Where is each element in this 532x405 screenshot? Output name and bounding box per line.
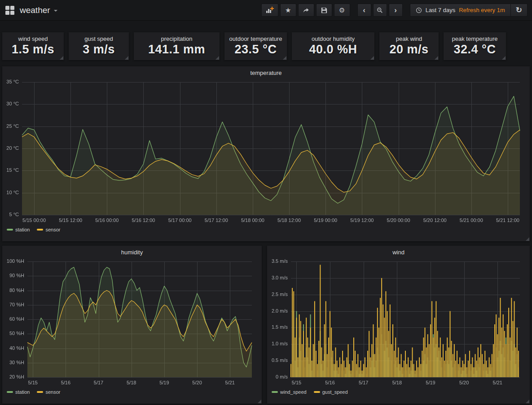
- legend-label[interactable]: station: [15, 227, 30, 232]
- chevron-down-icon: [54, 10, 57, 12]
- legend-label[interactable]: gust_speed: [322, 389, 348, 395]
- legend-item-wind-speed[interactable]: wind_speed: [272, 389, 307, 395]
- legend-color-icon: [7, 391, 13, 393]
- stat-panel-peak-wind: peak wind 20 m/s: [379, 32, 439, 60]
- stat-panel-outdoor-humidity: outdoor humidity 40.0 %H: [292, 32, 374, 60]
- stat-title[interactable]: outdoor temperature: [224, 35, 287, 42]
- stat-title[interactable]: precipitation: [134, 35, 220, 42]
- bottom-row: humidity station sensor wind wind: [2, 246, 530, 404]
- dashboard: wind speed 1.5 m/s gust speed 3 m/s prec…: [0, 21, 532, 404]
- clock-icon: [416, 7, 422, 13]
- star-button[interactable]: ★: [280, 4, 296, 17]
- panel-title[interactable]: wind: [267, 246, 530, 257]
- resize-handle[interactable]: [370, 56, 374, 60]
- panel-temperature: temperature station sensor: [2, 66, 530, 241]
- resize-handle[interactable]: [502, 56, 506, 60]
- time-back-button[interactable]: ‹: [357, 4, 371, 17]
- legend-color-icon: [314, 391, 320, 393]
- resize-handle[interactable]: [526, 237, 529, 241]
- dashboard-action-buttons: ★ ⚙: [261, 4, 350, 17]
- stat-title[interactable]: gust speed: [69, 35, 129, 42]
- time-range-label: Last 7 days: [426, 7, 456, 13]
- share-button[interactable]: [298, 4, 314, 17]
- resize-handle[interactable]: [435, 56, 438, 60]
- gear-icon: ⚙: [339, 7, 345, 13]
- chevron-left-icon: ‹: [363, 6, 365, 14]
- panel-wind: wind wind_speed gust_speed: [267, 246, 530, 404]
- legend-item-sensor[interactable]: sensor: [37, 227, 60, 232]
- humidity-graph-canvas[interactable]: [5, 257, 259, 388]
- legend-label[interactable]: wind_speed: [280, 389, 307, 395]
- stat-value: 141.1 mm: [134, 43, 220, 57]
- legend-color-icon: [37, 229, 43, 231]
- resize-handle[interactable]: [60, 56, 63, 60]
- share-icon: [303, 7, 309, 13]
- legend-label[interactable]: sensor: [45, 227, 60, 232]
- legend-item-gust-speed[interactable]: gust_speed: [314, 389, 348, 395]
- resize-handle[interactable]: [125, 56, 128, 60]
- stat-panel-precipitation: precipitation 141.1 mm: [134, 32, 220, 60]
- time-forward-button[interactable]: ›: [389, 4, 403, 17]
- resize-handle[interactable]: [283, 56, 286, 60]
- legend: station sensor: [2, 226, 530, 235]
- stat-panel-wind-speed: wind speed 1.5 m/s: [2, 32, 64, 60]
- stat-value: 40.0 %H: [292, 43, 374, 57]
- time-nav-buttons: ‹ ›: [357, 4, 403, 17]
- navbar: weather ★: [0, 0, 532, 21]
- legend-color-icon: [37, 391, 43, 393]
- stat-title[interactable]: wind speed: [2, 35, 64, 42]
- stat-panel-peak-temperature: peak temperature 32.4 °C: [444, 32, 506, 60]
- legend-item-station[interactable]: station: [7, 389, 30, 395]
- stat-panel-outdoor-temperature: outdoor temperature 23.5 °C: [224, 32, 287, 60]
- singlestat-row: wind speed 1.5 m/s gust speed 3 m/s prec…: [2, 32, 530, 60]
- legend-item-sensor[interactable]: sensor: [37, 389, 60, 395]
- dashboard-title-menu[interactable]: weather: [20, 5, 57, 15]
- wind-graph-canvas[interactable]: [270, 257, 527, 388]
- legend-item-station[interactable]: station: [7, 227, 30, 232]
- stat-value: 3 m/s: [69, 43, 129, 57]
- stat-value: 32.4 °C: [444, 43, 506, 57]
- legend-color-icon: [7, 229, 13, 231]
- legend-color-icon: [272, 391, 278, 393]
- save-icon: [321, 7, 327, 13]
- stat-title[interactable]: peak temperature: [444, 35, 506, 42]
- time-picker: Last 7 days Refresh every 1m ↻: [410, 4, 528, 17]
- save-button[interactable]: [316, 4, 332, 17]
- resize-handle[interactable]: [258, 400, 261, 403]
- settings-button[interactable]: ⚙: [334, 4, 350, 17]
- navbar-actions: ★ ⚙ ‹: [261, 4, 528, 17]
- panel-title[interactable]: humidity: [2, 246, 262, 257]
- refresh-button[interactable]: ↻: [510, 4, 527, 16]
- chevron-right-icon: ›: [394, 6, 397, 14]
- panel-title[interactable]: temperature: [2, 66, 530, 78]
- stat-value: 23.5 °C: [224, 43, 287, 57]
- refresh-interval-label[interactable]: Refresh every 1m: [459, 7, 505, 13]
- zoom-out-button[interactable]: [373, 4, 387, 17]
- zoom-out-icon: [377, 7, 383, 13]
- stat-value: 1.5 m/s: [2, 43, 64, 57]
- resize-handle[interactable]: [215, 56, 219, 60]
- time-range-button[interactable]: Last 7 days Refresh every 1m: [410, 7, 510, 13]
- grafana-logo[interactable]: [5, 6, 14, 15]
- stat-title[interactable]: peak wind: [379, 35, 439, 42]
- legend-label[interactable]: station: [15, 389, 30, 395]
- legend: station sensor: [2, 388, 262, 397]
- stat-panel-gust-speed: gust speed 3 m/s: [69, 32, 129, 60]
- resize-handle[interactable]: [526, 400, 529, 403]
- page-title: weather: [20, 5, 50, 15]
- legend-label[interactable]: sensor: [45, 389, 60, 395]
- star-icon: ★: [285, 7, 291, 13]
- stat-title[interactable]: outdoor humidity: [292, 35, 374, 42]
- temperature-graph-canvas[interactable]: [5, 78, 527, 226]
- add-panel-button[interactable]: [261, 4, 278, 17]
- panel-humidity: humidity station sensor: [2, 246, 262, 404]
- refresh-icon: ↻: [516, 6, 522, 14]
- stat-value: 20 m/s: [379, 43, 439, 57]
- bar-chart-plus-icon: [266, 7, 274, 13]
- legend: wind_speed gust_speed: [267, 388, 530, 397]
